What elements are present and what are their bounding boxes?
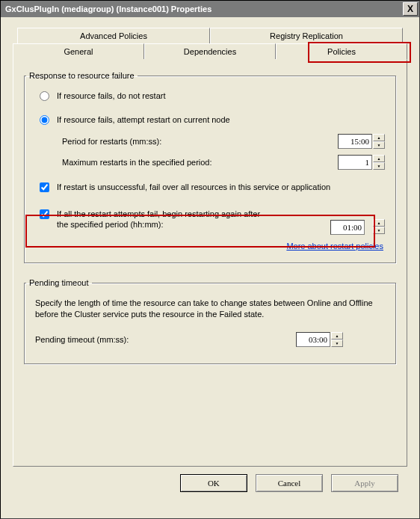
- check-retry[interactable]: [40, 209, 49, 219]
- dialog-buttons: OK Cancel Apply: [11, 467, 409, 492]
- retry-down[interactable]: ▼: [373, 227, 385, 234]
- group-legend: Response to resource failure: [26, 71, 138, 80]
- apply-button[interactable]: Apply: [331, 474, 398, 492]
- ok-button[interactable]: OK: [180, 474, 247, 492]
- tab-registry-replication[interactable]: Registry Replication: [210, 28, 403, 44]
- tab-general[interactable]: General: [13, 43, 144, 60]
- client-area: Advanced Policies Registry Replication G…: [1, 17, 419, 492]
- check-failover-label: If restart is unsuccessful, fail over al…: [57, 182, 330, 192]
- pending-desc: Specify the length of time the resource …: [26, 295, 394, 326]
- retry-period-input[interactable]: [330, 220, 365, 235]
- titlebar: GxClusPlugIn (mediagroup) (Instance001) …: [1, 1, 419, 17]
- tab-panel-policies: Response to resource failure If resource…: [13, 59, 407, 467]
- period-label: Period for restarts (mm:ss):: [62, 137, 338, 146]
- period-spinner[interactable]: ▲ ▼: [338, 134, 385, 149]
- max-down[interactable]: ▼: [373, 162, 385, 170]
- pending-timeout-label: Pending timeout (mm:ss):: [35, 335, 296, 344]
- pending-legend: Pending timeout: [26, 278, 92, 287]
- retry-period-spinner[interactable]: ▲ ▼: [330, 219, 385, 234]
- radio-no-restart[interactable]: [40, 91, 49, 101]
- cancel-button[interactable]: Cancel: [256, 474, 323, 492]
- period-input[interactable]: [338, 134, 372, 149]
- period-down[interactable]: ▼: [373, 141, 385, 149]
- window-title: GxClusPlugIn (mediagroup) (Instance001) …: [2, 4, 403, 13]
- pending-up[interactable]: ▲: [331, 332, 343, 340]
- tab-advanced-policies[interactable]: Advanced Policies: [17, 28, 210, 44]
- max-restarts-input[interactable]: [338, 155, 372, 170]
- max-restarts-label: Maximum restarts in the specified period…: [62, 158, 338, 167]
- link-more-about-policies[interactable]: More about restart policies: [26, 242, 383, 251]
- pending-down[interactable]: ▼: [331, 340, 343, 347]
- pending-timeout-spinner[interactable]: ▲ ▼: [296, 332, 343, 347]
- radio-attempt-restart-label: If resource fails, attempt restart on cu…: [57, 114, 230, 125]
- period-up[interactable]: ▲: [373, 134, 385, 141]
- check-failover[interactable]: [40, 182, 49, 192]
- close-button[interactable]: X: [403, 2, 418, 16]
- check-retry-label: If all the restart attempts fail, begin …: [57, 209, 274, 230]
- tab-policies[interactable]: Policies: [276, 43, 407, 60]
- radio-attempt-restart[interactable]: [40, 115, 49, 125]
- tab-strip: Advanced Policies Registry Replication G…: [13, 28, 407, 467]
- properties-dialog: GxClusPlugIn (mediagroup) (Instance001) …: [0, 0, 420, 519]
- radio-no-restart-label: If resource fails, do not restart: [57, 90, 166, 101]
- max-restarts-spinner[interactable]: ▲ ▼: [338, 155, 385, 170]
- pending-timeout-input[interactable]: [296, 332, 330, 347]
- group-response-failure: Response to resource failure If resource…: [24, 71, 396, 263]
- retry-up[interactable]: ▲: [373, 219, 385, 227]
- close-icon: X: [407, 4, 413, 14]
- group-pending-timeout: Pending timeout Specify the length of ti…: [24, 278, 396, 364]
- max-up[interactable]: ▲: [373, 155, 385, 162]
- tab-dependencies[interactable]: Dependencies: [144, 43, 276, 60]
